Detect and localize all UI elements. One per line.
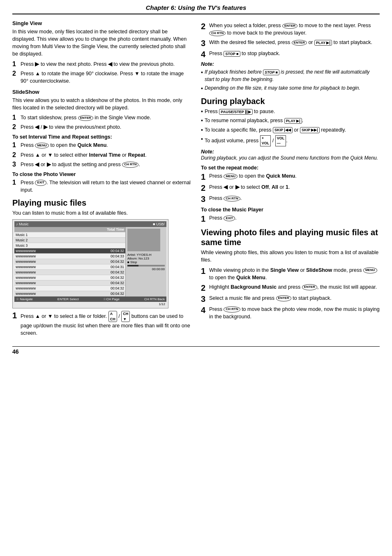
slideshow-title: SlideShow	[12, 89, 191, 95]
single-view-title: Single View	[12, 20, 191, 26]
chrtn-key-icon: CH RTN	[224, 196, 240, 202]
vol-down-key-icon: VOL—	[275, 135, 286, 146]
step-item: 1 Press ▲ or ▼ to select a file or folde…	[12, 311, 191, 337]
step-item: 3 Select a music file and press ENTER to…	[201, 294, 380, 303]
music-steps-continued: 2 When you select a folder, press ENTER …	[201, 22, 380, 59]
step-item: 1 Press EXIT.	[201, 214, 380, 223]
mp-progress-fill	[127, 265, 138, 266]
mp-row-name: wwwwwwww	[16, 259, 88, 264]
mp-row-time: 00:04:32	[88, 286, 124, 290]
mp-album: Album: No.123	[127, 257, 165, 260]
mp-time-col: Total Time	[88, 227, 124, 232]
step-text: Press ▲ or ▼ to select a file or folder.…	[21, 311, 191, 337]
chrtn-key-icon: CH RTN	[224, 306, 240, 312]
pause-step-key-icon: PAUSE/STEP ‖|▶	[219, 109, 252, 115]
music-player-screenshot: ♪ Music ■ USB/ Total Time Music 1 Music …	[12, 219, 168, 308]
mp-row-time: 00:04:32	[88, 259, 124, 264]
step-item: 3 Press CH RTN.	[201, 195, 380, 204]
mp-row-name: Music 2	[16, 238, 88, 242]
note-text-2: During playback, you can adjust the Soun…	[201, 155, 380, 162]
bullet-dot: •	[201, 69, 203, 83]
step-number: 2	[12, 123, 18, 131]
mp-path: ■ USB/	[153, 222, 165, 226]
menu-key-icon: MENU	[363, 267, 377, 273]
mp-stop-label: ■ Stop	[127, 260, 165, 264]
step-item: 3 With the desired file selected, press …	[201, 39, 380, 48]
step-text: To start slideshow, press ENTER in the S…	[21, 114, 191, 121]
step-text: When you select a folder, press ENTER to…	[209, 22, 380, 37]
step-text: Press ◀ / ▶ to view the previous/next ph…	[21, 123, 191, 131]
mp-time-display: 00:00:00	[127, 267, 165, 271]
list-item: wwwwwwww 00:04:32	[14, 291, 125, 297]
step-text: Press EXIT. The television will return t…	[21, 179, 191, 194]
step-number: 1	[12, 311, 18, 320]
close-music-steps: 1 Press EXIT.	[201, 214, 380, 223]
mp-row-name: wwwwwwww	[16, 270, 88, 274]
play-key-icon: PLAY ▶|	[284, 118, 302, 124]
menu-key-icon: MENU	[224, 174, 238, 179]
step-text: While viewing photo in the Single View o…	[209, 266, 380, 281]
step-number: 2	[201, 283, 207, 292]
mp-progress-bar	[127, 265, 165, 266]
step-item: 1 While viewing photo in the Single View…	[201, 266, 380, 281]
chapter-title: Chapter 6: Using the TV's features	[146, 4, 246, 11]
mp-row-name: wwwwwwww	[16, 276, 88, 280]
mp-bottom-bar: ☆ Navigate ENTER Select ☆CH Page CH RTN …	[14, 297, 166, 302]
step-number: 2	[12, 151, 18, 159]
chv-key-icon: CH▼	[121, 311, 130, 322]
mp-enter-select-label: ENTER Select	[58, 297, 79, 301]
bullet-dot: •	[201, 135, 203, 146]
bullet-dot: •	[201, 126, 203, 134]
step-text: Press MENU to open the Quick Menu.	[21, 141, 191, 149]
step-number: 1	[12, 179, 18, 186]
note-block-2: Note: During playback, you can adjust th…	[201, 149, 380, 162]
step-item: 2 Press ◀ / ▶ to view the previous/next …	[12, 123, 191, 131]
left-column: Single View In this view mode, only file…	[12, 20, 191, 340]
step-number: 4	[201, 50, 207, 59]
menu-key-icon: MENU	[35, 143, 49, 148]
playing-music-title: Playing music files	[12, 198, 191, 208]
during-playback-title: During playback	[201, 96, 380, 106]
list-item: wwwwwwww 00:04:32	[14, 280, 125, 286]
close-music-title: To close the Music Player	[201, 207, 380, 213]
step-item: 2 Highlight Background Music and press E…	[201, 283, 380, 292]
step-item: 2 Press ▲ or ▼ to select either Interval…	[12, 151, 191, 159]
bullet-text: Press PAUSE/STEP ‖|▶ to pause.	[205, 108, 380, 115]
mp-row-name: Music 3	[16, 243, 88, 248]
step-number: 3	[201, 195, 207, 204]
step-text: Press ▲ or ▼ to select either Interval T…	[21, 151, 191, 159]
enter-key-icon: ENTER	[282, 23, 297, 29]
step-item: 4 Press STOP ■ to stop playback.	[201, 50, 380, 59]
step-text: Press ▶ to view the next photo. Press ◀ …	[21, 60, 191, 68]
mp-row-music1: Music 1	[14, 232, 125, 238]
bullet-item: • To resume normal playback, press PLAY …	[201, 117, 380, 124]
step-item: 1 Press EXIT. The television will return…	[12, 179, 191, 194]
bullet-dot: •	[201, 85, 203, 92]
mp-row-time	[88, 238, 124, 242]
step-item: 1 Press ▶ to view the next photo. Press …	[12, 60, 191, 68]
slideshow-steps: 1 To start slideshow, press ENTER in the…	[12, 114, 191, 131]
chapter-header: Chapter 6: Using the TV's features	[12, 4, 380, 14]
bullet-text: To locate a specific file, press SKIP |◀…	[205, 126, 380, 134]
step-number: 1	[201, 172, 207, 181]
mp-row-time	[88, 243, 124, 248]
step-item: 3 Press ◀ or ▶ to adjust the setting and…	[12, 161, 191, 168]
step-number: 2	[12, 70, 18, 77]
step-number: 3	[201, 294, 207, 303]
viewing-photo-music-title: Viewing photo files and playing music fi…	[201, 227, 380, 247]
mp-row-name: wwwwwwww	[16, 265, 88, 269]
mp-row-time: 00:04:32	[88, 281, 124, 285]
mp-row-music3: Music 3	[14, 243, 125, 248]
note-bullets-1: • If playback finishes before STOP ■ is …	[201, 69, 380, 92]
mp-row-name: Music 1	[16, 233, 88, 237]
mp-row-name: wwwwwwww	[16, 281, 88, 285]
list-item: wwwwwwww 00:04:32	[14, 270, 125, 275]
note-label-1: Note:	[201, 61, 380, 67]
mp-row-music2: Music 2	[14, 238, 125, 243]
step-text: Press MENU to open the Quick Menu.	[209, 172, 380, 180]
mp-row-time: 00:04:32	[88, 292, 124, 296]
step-text: With the desired file selected, press EN…	[209, 39, 380, 46]
step-item: 1 To start slideshow, press ENTER in the…	[12, 114, 191, 121]
right-column: 2 When you select a folder, press ENTER …	[201, 20, 380, 340]
enter-key-icon: ENTER	[78, 115, 93, 121]
